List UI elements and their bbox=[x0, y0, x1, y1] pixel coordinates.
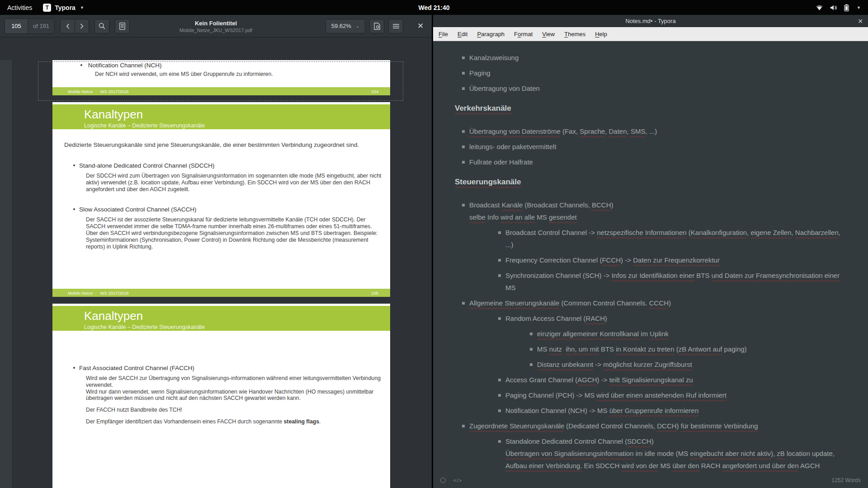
wifi-icon bbox=[816, 5, 823, 11]
md-list-item[interactable]: Übertragung von Datenströme (Fax, Sprach… bbox=[469, 125, 844, 137]
md-text-line: Übertragung von Datenströme (Fax, Sprach… bbox=[469, 125, 844, 137]
menu-paragraph[interactable]: Paragraph bbox=[477, 31, 505, 38]
footer-term: WS 2017/2018 bbox=[100, 291, 128, 296]
pdf-toolbar: 105 of 191 Kein Folientitel Mobile_Netze… bbox=[0, 15, 432, 38]
annotations-button[interactable] bbox=[369, 19, 384, 33]
app-menu[interactable]: T Typora ▼ bbox=[43, 4, 84, 12]
md-list-item[interactable]: Synchronization Channel (SCH) -> Infos z… bbox=[505, 269, 844, 294]
md-text-line: Steuerungskanäle bbox=[455, 175, 844, 189]
pdf-sidebar-strip bbox=[0, 60, 13, 488]
md-list-item[interactable]: leitungs- oder paketvermittelt bbox=[469, 141, 844, 153]
md-text-line: Frequency Correction Channel (FCCH) -> D… bbox=[505, 254, 844, 266]
md-list-item[interactable]: Übertragung von Daten bbox=[469, 82, 844, 94]
md-list-item[interactable]: Kanalzuweisung bbox=[469, 52, 844, 64]
menu-format[interactable]: Format bbox=[514, 31, 533, 38]
md-text-line: Broadcast Kanäle (Broadcast Channels, BC… bbox=[469, 199, 844, 211]
page-number-input[interactable]: 105 bbox=[5, 19, 28, 33]
window-title: Notes.md• - Typora bbox=[625, 18, 675, 24]
md-text-line: Distanz unbekannt -> möglichst kurzer Zu… bbox=[537, 358, 844, 371]
annotations-icon bbox=[374, 23, 380, 30]
md-text-line: Paging bbox=[469, 67, 844, 79]
previous-page-button[interactable] bbox=[60, 19, 75, 33]
gnome-top-bar: Activities T Typora ▼ Wed 21:40 ▼ bbox=[0, 0, 868, 15]
md-text-line: Fullrate oder Halfrate bbox=[469, 156, 844, 168]
md-list-item[interactable]: Zugeordnete Steuerungskanäle (Dedicated … bbox=[469, 420, 844, 432]
md-list-item[interactable]: Distanz unbekannt -> möglichst kurzer Zu… bbox=[537, 358, 844, 371]
app-menu-button[interactable] bbox=[388, 19, 403, 33]
slide-footer: Mobile Netze WS 2017/2018 105 bbox=[52, 289, 390, 297]
md-list-item[interactable]: Standalone Dedicated Control Channel (SD… bbox=[505, 435, 844, 473]
pdf-page-105: Kanaltypen Logische Kanäle – Dedizierte … bbox=[52, 102, 390, 297]
menu-file[interactable]: File bbox=[439, 31, 448, 38]
typora-statusbar: </> 1252 Words bbox=[433, 473, 868, 488]
md-text-line: Zugeordnete Steuerungskanäle (Dedicated … bbox=[469, 420, 844, 432]
md-heading[interactable]: Verkehrskanäle bbox=[455, 102, 844, 115]
md-text-line: Allgemeine Steuerungskanäle (Common Cont… bbox=[469, 297, 844, 309]
outline-toggle-icon[interactable] bbox=[440, 478, 446, 483]
menu-icon bbox=[393, 24, 399, 28]
md-list-item[interactable]: MS nutz ihn, um mit BTS in Kontakt zu tr… bbox=[537, 343, 844, 355]
md-text-line: Access Grant Channel (AGCH) -> teilt Sig… bbox=[505, 374, 844, 386]
md-list-item[interactable]: einziger allgemeiner Kontrollkanal im Up… bbox=[537, 328, 844, 340]
window-close-button[interactable]: ✕ bbox=[414, 19, 427, 33]
source-mode-icon[interactable]: </> bbox=[453, 478, 462, 483]
md-list-item[interactable]: Broadcast Kanäle (Broadcast Channels, BC… bbox=[469, 199, 844, 223]
menu-help[interactable]: Help bbox=[595, 31, 607, 38]
md-list-item[interactable]: Frequency Correction Channel (FCCH) -> D… bbox=[505, 254, 844, 266]
slide-subtitle: Logische Kanäle – Dedizierte Steuerungsk… bbox=[84, 324, 205, 330]
window-close-button[interactable]: ✕ bbox=[858, 15, 863, 27]
pdf-page-106: Kanaltypen Logische Kanäle – Dedizierte … bbox=[52, 304, 390, 488]
zoom-control[interactable]: 59.62% ⌄ bbox=[326, 19, 365, 33]
md-list-item[interactable]: Broadcast Control Channel -> netzspezifi… bbox=[505, 226, 844, 251]
chevron-down-icon: ▼ bbox=[857, 5, 861, 10]
menu-view[interactable]: View bbox=[542, 31, 555, 38]
md-list-item[interactable]: Fullrate oder Halfrate bbox=[469, 156, 844, 168]
md-list-item[interactable]: Paging bbox=[469, 67, 844, 79]
editor-area[interactable]: KanalzuweisungPagingÜbertragung von Date… bbox=[433, 41, 868, 473]
close-icon: ✕ bbox=[858, 18, 863, 25]
md-text-line: Notification Channel (NCH) -> MS über Gr… bbox=[505, 404, 844, 417]
md-list-item[interactable]: Random Access Channel (RACH) bbox=[505, 312, 844, 324]
md-text-line: MS nutz ihn, um mit BTS in Kontakt zu tr… bbox=[537, 343, 844, 355]
md-text-line: einziger allgemeiner Kontrollkanal im Up… bbox=[537, 328, 844, 340]
markdown-document[interactable]: KanalzuweisungPagingÜbertragung von Date… bbox=[433, 41, 868, 473]
slide-bullet-head: Stand-alone Dedicated Control Channel (S… bbox=[73, 162, 390, 169]
md-list-item[interactable]: Access Grant Channel (AGCH) -> teilt Sig… bbox=[505, 374, 844, 386]
pdf-viewer-window: 105 of 191 Kein Folientitel Mobile_Netze… bbox=[0, 15, 432, 488]
slide-footer: Mobile Netze WS 2017/2018 104 bbox=[52, 87, 390, 95]
word-count[interactable]: 1252 Words bbox=[832, 477, 861, 483]
system-status-area[interactable]: ▼ bbox=[816, 4, 868, 11]
typora-window: Notes.md• - Typora ✕ FileEditParagraphFo… bbox=[433, 15, 868, 488]
pdf-document-area[interactable]: Notification Channel (NCH) Der NCH wird … bbox=[0, 38, 432, 488]
slide-paragraph: Wird wie der SACCH zur Übertragung von S… bbox=[86, 375, 384, 389]
slide-bullet-list: Stand-alone Dedicated Control Channel (S… bbox=[52, 162, 390, 250]
slide-paragraph: Der SACCH ist der assoziierte Steuerungs… bbox=[86, 216, 384, 230]
next-page-button[interactable] bbox=[75, 19, 89, 33]
md-heading[interactable]: Steuerungskanäle bbox=[455, 175, 844, 189]
slide-title: Kanaltypen bbox=[84, 108, 143, 122]
md-list-item[interactable]: Allgemeine Steuerungskanäle (Common Cont… bbox=[469, 297, 844, 309]
clock[interactable]: Wed 21:40 bbox=[419, 4, 450, 11]
md-text-line: Broadcast Control Channel -> netzspezifi… bbox=[505, 226, 844, 251]
md-text-line: Synchronization Channel (SCH) -> Infos z… bbox=[505, 269, 844, 294]
md-list-item[interactable]: Paging Channel (PCH) -> MS wird über ein… bbox=[505, 389, 844, 401]
md-text-line: Übertragung von Daten bbox=[469, 82, 844, 94]
sidebar-toggle-button[interactable] bbox=[115, 19, 130, 33]
menu-themes[interactable]: Themes bbox=[564, 31, 585, 38]
typora-titlebar[interactable]: Notes.md• - Typora ✕ bbox=[433, 15, 868, 27]
app-menu-label: Typora bbox=[55, 4, 75, 11]
chevron-down-icon: ⌄ bbox=[356, 23, 359, 28]
slide-page-number: 104 bbox=[371, 89, 378, 94]
footer-brand: Mobile Netze bbox=[68, 89, 93, 94]
bullet-dot-icon bbox=[73, 164, 75, 166]
slide-paragraph: Wird nur dann verwendet, wenn Signalisie… bbox=[86, 389, 384, 402]
activities-button[interactable]: Activities bbox=[7, 4, 32, 11]
search-button[interactable] bbox=[94, 19, 109, 33]
thumbnails-icon bbox=[119, 23, 125, 30]
slide-title: Kanaltypen bbox=[84, 309, 143, 323]
typora-menubar: FileEditParagraphFormatViewThemesHelp bbox=[433, 27, 868, 41]
md-text-line: Random Access Channel (RACH) bbox=[505, 312, 844, 324]
slide-bullet-head: Fast Associated Control Channel (FACCH) bbox=[73, 365, 390, 371]
md-list-item[interactable]: Notification Channel (NCH) -> MS über Gr… bbox=[505, 404, 844, 417]
menu-edit[interactable]: Edit bbox=[458, 31, 467, 38]
